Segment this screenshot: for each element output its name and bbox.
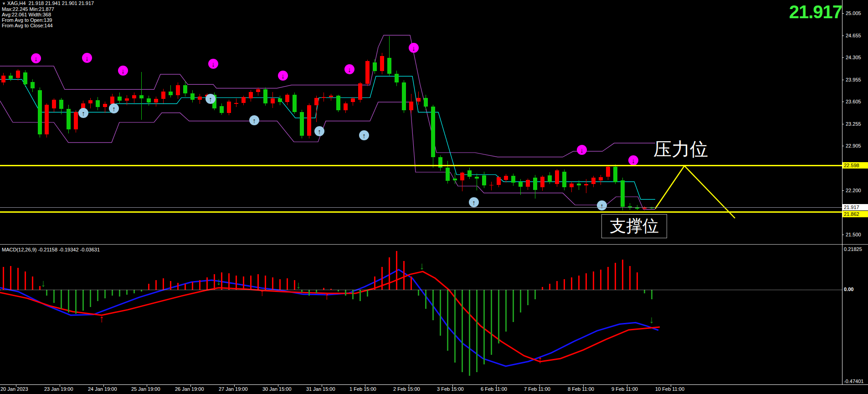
macd-histogram-bar: [3, 267, 4, 290]
time-axis-label: 3 Feb 15:00: [437, 386, 464, 392]
candle-body: [460, 173, 464, 180]
macd-histogram-bar: [90, 290, 91, 307]
panel-separator[interactable]: [0, 244, 868, 245]
time-axis-label: 2 Feb 15:00: [393, 386, 420, 392]
chart-lines-layer: [0, 0, 868, 394]
macd-histogram-bar: [75, 290, 77, 314]
macd-histogram-bar: [126, 290, 128, 295]
collapse-icon[interactable]: ▼: [2, 1, 6, 6]
macd-histogram-bar: [10, 266, 11, 290]
macd-histogram-bar: [272, 277, 273, 290]
info-avg-open: From Avg to Open:139: [2, 17, 52, 23]
resistance-label[interactable]: 压力位: [653, 137, 708, 162]
candle-body: [329, 96, 333, 97]
sell-signal-icon: ↓: [628, 155, 638, 165]
candle-body: [285, 95, 289, 102]
time-axis-tick: [234, 384, 235, 387]
support-line[interactable]: [0, 211, 842, 213]
price-axis-tick: [842, 57, 844, 58]
macd-histogram-bar: [454, 290, 456, 363]
price-axis-label: 24.305: [846, 55, 861, 60]
mt4-chart-window: ↓↓↓↓↓↓↓↓↓↑↑↑↑↑↑↑↑↑↑↑↑↓↓↓↓↓ ▼ XAG,H4 21.9…: [0, 0, 868, 394]
macd-sell-arrow-icon: ↓: [417, 261, 427, 271]
candle-body: [154, 99, 158, 102]
candle-body: [241, 97, 246, 103]
support-label: 支撑位: [610, 215, 659, 237]
macd-histogram-bar: [25, 271, 26, 290]
macd-histogram-bar: [32, 276, 33, 290]
time-axis-tick: [496, 384, 497, 387]
macd-histogram-bar: [651, 290, 652, 299]
time-axis-tick: [627, 384, 627, 387]
macd-histogram-bar: [228, 273, 230, 290]
candle-body: [74, 112, 78, 129]
candle-body: [176, 85, 180, 95]
time-axis-tick: [539, 384, 540, 387]
candle-body: [314, 98, 318, 106]
candle-body: [446, 168, 450, 181]
buy-signal-icon: ↑: [469, 197, 479, 207]
time-axis-label: 27 Jan 19:00: [219, 386, 248, 392]
macd-histogram-bar: [367, 290, 368, 297]
macd-histogram-bar: [134, 290, 135, 293]
price-axis-tick: [842, 235, 844, 235]
support-label-box[interactable]: 支撑位: [601, 214, 667, 238]
price-axis-label: 23.255: [846, 121, 861, 127]
macd-histogram-bar: [177, 283, 179, 290]
candle-body: [139, 95, 144, 98]
price-axis-label: 23.605: [846, 99, 861, 104]
price-axis-label: 22.200: [846, 188, 861, 193]
buy-signal-icon: ↑: [359, 130, 369, 140]
macd-histogram-bar: [476, 290, 478, 372]
current-price-tag: 21.917: [842, 204, 868, 210]
candle-body: [59, 100, 63, 109]
symbol-info-line[interactable]: ▼ XAG,H4 21.918 21.941 21.901 21.917: [2, 0, 94, 6]
resistance-line[interactable]: [0, 165, 842, 166]
price-axis-tick: [842, 190, 844, 191]
candle-body: [118, 97, 122, 101]
support-price-tag: 21.862: [842, 211, 868, 217]
macd-histogram-bar: [148, 284, 149, 290]
time-axis-label: 7 Feb 11:00: [524, 386, 550, 392]
macd-histogram-bar: [163, 278, 164, 290]
time-axis-label: 1 Feb 15:00: [349, 386, 376, 392]
macd-histogram-bar: [345, 290, 346, 296]
candle-body: [402, 82, 406, 110]
macd-histogram-bar: [170, 281, 171, 290]
macd-sell-arrow-icon: ↓: [647, 315, 657, 325]
candle-body: [31, 82, 35, 88]
candle-body: [234, 103, 238, 104]
price-axis-label: 25.005: [846, 10, 861, 16]
candle-body: [599, 177, 603, 180]
sell-signal-icon: ↓: [118, 66, 128, 76]
candle-body: [227, 102, 231, 113]
candle-body: [344, 103, 348, 110]
sell-signal-icon: ↓: [82, 53, 92, 63]
macd-sell-arrow-icon: ↓: [293, 280, 303, 290]
sell-signal-icon: ↓: [278, 71, 288, 81]
buy-signal-icon: ↑: [314, 126, 324, 136]
candle-body: [169, 92, 173, 95]
sell-signal-icon: ↓: [409, 43, 419, 53]
candle-body: [365, 61, 370, 84]
candle-body: [519, 182, 523, 187]
macd-histogram-bar: [250, 276, 252, 290]
sell-signal-icon: ↓: [31, 53, 41, 63]
candle-body: [256, 89, 260, 92]
candle-body: [67, 109, 71, 129]
macd-histogram-bar: [491, 290, 492, 355]
time-axis-tick: [322, 384, 322, 387]
macd-histogram-bar: [483, 290, 485, 364]
time-axis-label: 6 Feb 11:00: [481, 386, 507, 392]
macd-histogram-bar: [556, 281, 558, 290]
candle-body: [9, 76, 13, 79]
macd-histogram-bar: [644, 290, 645, 293]
candle-body: [555, 170, 559, 184]
candle-body: [504, 176, 508, 179]
candle-body: [613, 167, 617, 183]
macd-histogram-bar: [279, 279, 281, 290]
macd-histogram-bar: [185, 284, 186, 290]
time-axis-tick: [278, 384, 278, 387]
time-axis-label: 26 Jan 19:00: [175, 386, 204, 392]
candle-body: [125, 98, 129, 101]
